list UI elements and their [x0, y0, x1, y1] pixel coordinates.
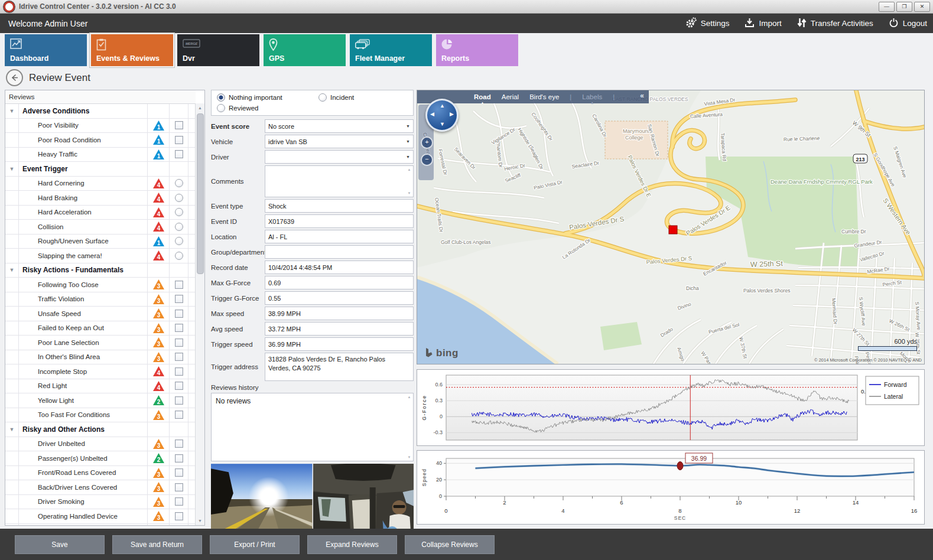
expand-reviews-button[interactable]: Expand Reviews [307, 535, 397, 554]
save-button[interactable]: Save [15, 535, 105, 554]
item-radio[interactable] [169, 191, 188, 205]
item-checkbox[interactable] [169, 379, 188, 393]
tree-item-row[interactable]: Yellow Light2 [5, 393, 196, 408]
close-button[interactable]: ✕ [914, 2, 930, 12]
tree-item-row[interactable]: Passenger(s) Unbelted2 [5, 451, 196, 466]
tree-item-row[interactable]: Following Too Close3 [5, 278, 196, 292]
checkbox-icon[interactable] [175, 150, 183, 158]
tree-item-row[interactable]: Tampering/Abusing Equipment4 [5, 524, 196, 526]
chevron-down-icon[interactable]: ▼ [406, 155, 410, 159]
textarea-scrollbar[interactable]: ▲▼ [406, 167, 412, 196]
checkbox-icon[interactable] [175, 295, 183, 303]
tree-item-row[interactable]: Rough/Uneven Surface1 [5, 235, 196, 249]
vehicle-dropdown[interactable]: idrive Van SB▼ [265, 135, 414, 148]
max-speed-field[interactable]: 38.99 MPH [265, 307, 414, 320]
checkbox-icon[interactable] [175, 382, 183, 390]
item-radio[interactable] [169, 177, 188, 191]
checkbox-icon[interactable] [175, 497, 183, 506]
status-option-nothing-important[interactable]: Nothing important [217, 93, 318, 102]
tree-item-row[interactable]: Collision4 [5, 220, 196, 235]
item-checkbox[interactable] [169, 364, 188, 379]
checkbox-icon[interactable] [175, 468, 183, 477]
map-canvas[interactable]: EAST RANCHO PALOS VERDESCarolina DrCoolh… [417, 90, 924, 364]
item-checkbox[interactable] [169, 509, 188, 523]
checkbox-icon[interactable] [175, 411, 183, 419]
tree-item-row[interactable]: Back/Driver Lens Covered3 [5, 480, 196, 495]
scrollbar-thumb[interactable] [197, 113, 204, 274]
group-department-field[interactable] [265, 245, 414, 259]
radio-icon[interactable] [175, 194, 183, 202]
tree-item-row[interactable]: Poor Road Condition1 [5, 133, 196, 148]
tree-group-row[interactable]: ▼Risky and Other Actions [5, 422, 196, 437]
item-radio[interactable] [169, 235, 188, 249]
event-id-field[interactable]: X017639 [265, 214, 414, 228]
checkbox-icon[interactable] [175, 483, 183, 491]
tab-events-reviews[interactable]: Events & Reviews [91, 34, 173, 66]
collapse-arrow-icon[interactable]: ▼ [5, 263, 18, 278]
checkbox-icon[interactable] [175, 367, 183, 376]
record-date-field[interactable]: 10/4/2014 4:48:54 PM [265, 261, 414, 274]
save-and-return-button[interactable]: Save and Return [112, 535, 202, 554]
tree-item-row[interactable]: Driver Smoking3 [5, 495, 196, 510]
checkbox-icon[interactable] [175, 136, 183, 144]
tree-scrollbar[interactable]: ▲ ▼ [195, 103, 204, 525]
item-checkbox[interactable] [169, 480, 188, 494]
item-checkbox[interactable] [169, 307, 188, 321]
radio-icon[interactable] [318, 93, 327, 102]
item-checkbox[interactable] [169, 336, 188, 350]
pan-up-icon[interactable]: ▲ [440, 103, 445, 109]
maximize-button[interactable]: ❐ [896, 2, 912, 12]
comments-field[interactable]: ▲▼ [265, 165, 414, 197]
checkbox-icon[interactable] [175, 324, 183, 332]
map-mode-bird-s-eye[interactable]: Bird's eye [529, 93, 559, 100]
tab-gps[interactable]: GPS [264, 34, 346, 66]
event-score-dropdown[interactable]: No score▼ [265, 119, 414, 133]
item-checkbox[interactable] [169, 451, 188, 465]
item-checkbox[interactable] [169, 148, 188, 162]
collapse-arrow-icon[interactable]: ▼ [5, 162, 18, 176]
logout-button[interactable]: Logout [889, 18, 927, 30]
radio-icon[interactable] [217, 104, 225, 112]
tree-item-row[interactable]: Too Fast For Conditions3 [5, 408, 196, 423]
tree-item-row[interactable]: Traffic Violation3 [5, 292, 196, 307]
item-checkbox[interactable] [169, 466, 188, 480]
scroll-down-icon[interactable]: ▼ [196, 516, 204, 525]
item-checkbox[interactable] [169, 278, 188, 292]
checkbox-icon[interactable] [175, 121, 183, 129]
checkbox-icon[interactable] [175, 396, 183, 405]
item-checkbox[interactable] [169, 350, 188, 364]
tree-group-row[interactable]: ▼Risky Actions - Fundamentals [5, 263, 196, 278]
tree-item-row[interactable]: Poor Lane Selection3 [5, 336, 196, 350]
item-checkbox[interactable] [169, 524, 188, 526]
item-checkbox[interactable] [169, 119, 188, 133]
item-checkbox[interactable] [169, 495, 188, 509]
history-scrollbar[interactable]: ▲▼ [406, 394, 412, 460]
driver-dropdown[interactable]: ▼ [265, 150, 414, 164]
checkbox-icon[interactable] [175, 454, 183, 463]
item-checkbox[interactable] [169, 321, 188, 336]
collapse-arrow-icon[interactable]: ▼ [5, 422, 18, 437]
item-checkbox[interactable] [169, 437, 188, 451]
event-location-marker[interactable] [669, 226, 677, 234]
zoom-in-button[interactable]: + [421, 136, 433, 149]
event-type-field[interactable]: Shock [265, 199, 414, 213]
tree-item-row[interactable]: Hard Acceleration4 [5, 206, 196, 220]
tree-item-row[interactable]: Hard Cornering4 [5, 177, 196, 191]
scroll-up-icon[interactable]: ▲ [196, 103, 204, 112]
map-mode-labels[interactable]: Labels▲ [582, 93, 602, 100]
tab-dvr[interactable]: MERGEDvr [177, 34, 259, 66]
tab-reports[interactable]: Reports [436, 34, 518, 66]
export-print-button[interactable]: Export / Print [210, 535, 300, 554]
transfer-activities-button[interactable]: Transfer Activities [797, 18, 873, 30]
chevron-down-icon[interactable]: ▼ [406, 124, 410, 128]
tree-item-row[interactable]: Front/Road Lens Covered3 [5, 466, 196, 481]
map-toolbar-collapse-button[interactable]: « [640, 92, 644, 100]
checkbox-icon[interactable] [175, 281, 183, 289]
item-checkbox[interactable] [169, 393, 188, 408]
collapse-reviews-button[interactable]: Collapse Reviews [405, 535, 495, 554]
item-radio[interactable] [169, 220, 188, 234]
location-field[interactable]: Al - FL [265, 230, 414, 243]
zoom-out-button[interactable]: − [421, 154, 433, 166]
tree-item-row[interactable]: Poor Visibility1 [5, 119, 196, 134]
tree-item-row[interactable]: Unsafe Speed3 [5, 307, 196, 321]
